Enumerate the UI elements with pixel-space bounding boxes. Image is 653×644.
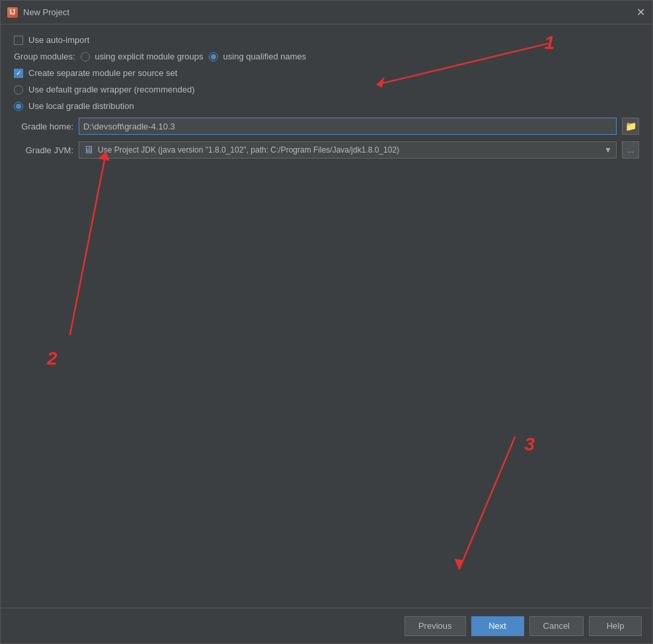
gradle-jvm-more-button[interactable]: ... (622, 141, 639, 159)
svg-marker-5 (455, 559, 464, 569)
create-separate-checkbox[interactable] (14, 69, 23, 78)
qualified-names-label: using qualified names (223, 52, 307, 61)
help-button[interactable]: Help (589, 616, 642, 636)
gradle-home-row: Gradle home: 📁 (14, 118, 639, 135)
create-separate-label: Create separate module per source set (28, 68, 177, 78)
gradle-jvm-row: Gradle JVM: 🖥 Use Project JDK (java vers… (14, 141, 639, 159)
local-gradle-radio[interactable] (14, 102, 23, 111)
title-left: IJ New Project (7, 7, 69, 18)
new-project-dialog: IJ New Project ✕ Use auto-import Group m… (0, 0, 653, 644)
gradle-home-browse-button[interactable]: 📁 (622, 118, 639, 135)
qualified-names-radio[interactable] (209, 52, 218, 61)
jvm-icon: 🖥 (83, 144, 94, 156)
default-gradle-label: Use default gradle wrapper (recommended) (28, 85, 194, 94)
cancel-button[interactable]: Cancel (529, 616, 584, 636)
folder-icon: 📁 (625, 121, 636, 131)
gradle-home-label: Gradle home: (14, 122, 73, 131)
gradle-jvm-value: Use Project JDK (java version "1.8.0_102… (98, 145, 600, 155)
gradle-jvm-label: Gradle JVM: (14, 145, 73, 155)
auto-import-label: Use auto-import (28, 35, 89, 45)
annotation-3: 3 (524, 434, 535, 455)
annotation-2: 2 (47, 348, 58, 369)
svg-line-4 (459, 437, 516, 570)
local-gradle-label: Use local gradle distribution (28, 101, 134, 111)
dialog-content: Use auto-import Group modules: using exp… (1, 24, 652, 608)
svg-line-0 (377, 44, 548, 85)
default-gradle-radio[interactable] (14, 85, 23, 94)
default-gradle-row: Use default gradle wrapper (recommended) (14, 85, 639, 94)
previous-button[interactable]: Previous (404, 616, 466, 636)
gradle-jvm-dropdown[interactable]: 🖥 Use Project JDK (java version "1.8.0_1… (79, 141, 617, 159)
local-gradle-row: Use local gradle distribution (14, 101, 639, 111)
title-bar: IJ New Project ✕ (1, 1, 652, 24)
explicit-module-groups-radio[interactable] (81, 52, 90, 61)
close-button[interactable]: ✕ (635, 7, 646, 18)
annotations-overlay (1, 24, 652, 608)
group-modules-label: Group modules: (14, 52, 75, 61)
create-separate-row: Create separate module per source set (14, 68, 639, 78)
next-button[interactable]: Next (471, 616, 524, 636)
app-icon: IJ (7, 7, 18, 18)
auto-import-checkbox[interactable] (14, 36, 23, 45)
dialog-footer: Previous Next Cancel Help (1, 608, 652, 643)
dropdown-arrow-icon: ▼ (604, 145, 612, 155)
annotation-1: 1 (544, 32, 555, 54)
explicit-module-groups-label: using explicit module groups (95, 52, 204, 61)
svg-line-2 (70, 151, 106, 335)
dialog-title: New Project (23, 7, 69, 17)
gradle-home-input[interactable] (79, 118, 617, 135)
